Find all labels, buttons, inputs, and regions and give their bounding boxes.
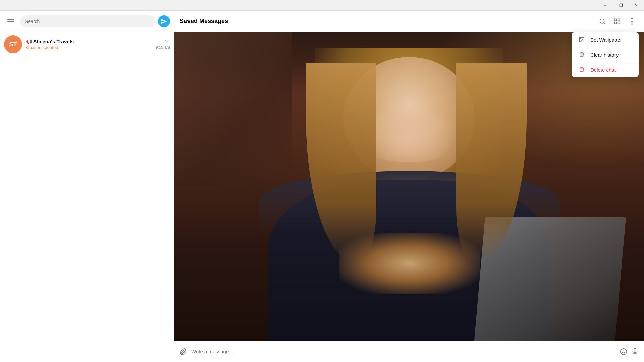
emoji-button[interactable] bbox=[620, 348, 627, 355]
chat-area: Saved Messages bbox=[174, 11, 644, 362]
search-icon bbox=[599, 18, 606, 25]
search-input[interactable] bbox=[25, 19, 151, 24]
message-input[interactable] bbox=[191, 349, 616, 354]
header-icons bbox=[596, 15, 639, 28]
chat-image-area bbox=[174, 32, 644, 341]
chat-time-col: ✓✓ 9:59 am bbox=[156, 39, 170, 50]
svg-point-9 bbox=[631, 21, 633, 22]
double-check-icon: ✓✓ bbox=[163, 39, 170, 44]
app-body: ST 📢 Sheena's Travels Channel created ✓✓… bbox=[0, 11, 644, 362]
hamburger-icon bbox=[7, 18, 14, 25]
chat-time: 9:59 am bbox=[156, 45, 170, 50]
menu-item-set-wallpaper-label: Set Wallpaper bbox=[590, 37, 622, 43]
svg-rect-7 bbox=[618, 22, 620, 24]
mic-button[interactable] bbox=[631, 348, 639, 355]
svg-rect-4 bbox=[615, 19, 617, 21]
svg-rect-2 bbox=[7, 23, 14, 23]
menu-item-clear-history-label: Clear history bbox=[590, 52, 619, 58]
chat-item-sheenas-travels[interactable]: ST 📢 Sheena's Travels Channel created ✓✓… bbox=[0, 32, 174, 56]
mic-icon bbox=[631, 348, 639, 355]
chat-input-area bbox=[174, 341, 644, 362]
search-box[interactable] bbox=[20, 15, 155, 27]
svg-rect-6 bbox=[615, 22, 617, 24]
chat-title: Saved Messages bbox=[180, 18, 596, 25]
context-menu: Set Wallpaper Clear history bbox=[572, 32, 639, 77]
menu-item-delete-chat[interactable]: Delete chat bbox=[572, 62, 639, 77]
title-bar: − ❐ ✕ bbox=[0, 0, 644, 11]
avatar: ST bbox=[4, 35, 22, 53]
megaphone-icon: 📢 bbox=[26, 39, 32, 44]
chat-preview: Channel created bbox=[26, 45, 156, 50]
columns-icon bbox=[614, 18, 621, 25]
menu-item-delete-chat-label: Delete chat bbox=[590, 67, 616, 73]
svg-point-8 bbox=[631, 18, 633, 19]
svg-point-13 bbox=[621, 348, 627, 354]
menu-item-clear-history[interactable]: Clear history bbox=[572, 47, 639, 62]
smile-layer bbox=[362, 100, 456, 162]
columns-button[interactable] bbox=[610, 15, 624, 28]
svg-point-3 bbox=[600, 19, 604, 23]
clear-icon bbox=[578, 51, 585, 58]
chat-info: 📢 Sheena's Travels Channel created bbox=[26, 39, 156, 50]
search-button[interactable] bbox=[596, 15, 609, 28]
attach-button[interactable] bbox=[180, 348, 187, 355]
svg-point-12 bbox=[580, 38, 581, 39]
restore-button[interactable]: ❐ bbox=[613, 0, 629, 11]
chat-name: Sheena's Travels bbox=[33, 39, 74, 44]
chat-content bbox=[174, 32, 644, 341]
svg-rect-1 bbox=[7, 21, 14, 22]
attach-icon bbox=[180, 348, 187, 355]
menu-item-set-wallpaper[interactable]: Set Wallpaper bbox=[572, 32, 639, 47]
more-icon bbox=[631, 18, 633, 25]
wall-left bbox=[174, 32, 292, 186]
svg-rect-0 bbox=[7, 19, 14, 20]
compose-button[interactable] bbox=[158, 15, 170, 27]
hamburger-button[interactable] bbox=[4, 15, 17, 28]
delete-icon bbox=[578, 66, 585, 73]
close-button[interactable]: ✕ bbox=[629, 0, 644, 11]
svg-rect-5 bbox=[618, 19, 620, 21]
svg-point-10 bbox=[631, 23, 633, 25]
title-bar-buttons: − ❐ ✕ bbox=[598, 0, 644, 11]
sidebar: ST 📢 Sheena's Travels Channel created ✓✓… bbox=[0, 11, 174, 362]
telegram-icon bbox=[161, 18, 167, 25]
wallpaper-icon bbox=[578, 36, 585, 43]
emoji-icon bbox=[620, 348, 627, 355]
more-button[interactable] bbox=[625, 15, 639, 28]
chat-header: Saved Messages bbox=[174, 11, 644, 32]
sidebar-header bbox=[0, 11, 174, 32]
minimize-button[interactable]: − bbox=[598, 0, 613, 11]
chat-list: ST 📢 Sheena's Travels Channel created ✓✓… bbox=[0, 32, 174, 362]
